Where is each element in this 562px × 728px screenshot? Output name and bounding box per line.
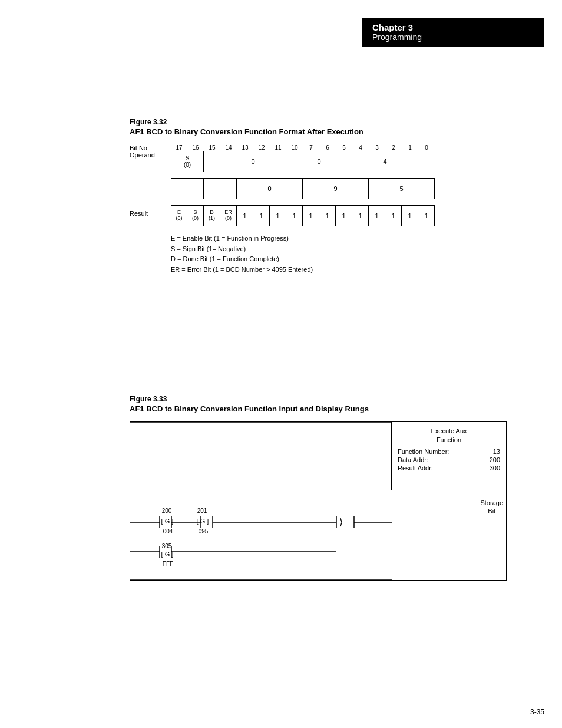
exec-data-label: Data Addr: (398, 456, 428, 463)
bit-cell-5: 5 (369, 178, 435, 199)
figure-332: Figure 3.32 AF1 BCD to Binary Conversion… (130, 118, 542, 275)
bit-cell-empty1 (204, 151, 220, 172)
bit-num: 11 (270, 144, 286, 151)
operand-row-201: 0 9 5 (171, 178, 542, 199)
bit-cell-empty3 (187, 178, 204, 199)
bit-cell-1b: 1 (253, 205, 270, 226)
bit-no-label: Bit No. (130, 144, 171, 151)
bit-cell-1l: 1 (418, 205, 435, 226)
exec-fn-value: 13 (493, 448, 500, 455)
bit-num: 12 (253, 144, 270, 151)
bit-cell-1d: 1 (286, 205, 303, 226)
bit-cell-1j: 1 (385, 205, 402, 226)
contact-201-sub: 095 (195, 528, 211, 535)
bit-cell-s0b: S(0) (187, 205, 204, 226)
legend-d: D = Done Bit (1 = Function Complete) (171, 254, 542, 265)
bit-cell-e0: E(0) (171, 205, 187, 226)
contact-305-addr: 305 (158, 543, 175, 550)
contact-305-sub: FFF (160, 561, 176, 568)
figure-333: Figure 3.33 AF1 BCD to Binary Conversion… (130, 395, 542, 581)
chapter-subtitle: Programming (372, 32, 534, 42)
exec-fn-label: Function Number: (398, 448, 449, 455)
bit-num: 7 (303, 144, 319, 151)
bit-num: 0 (418, 144, 435, 151)
operand-row-200: S(0) 0 0 4 (171, 151, 542, 172)
bit-cell-d1: D(1) (204, 205, 220, 226)
exec-data-value: 200 (490, 456, 500, 463)
contact-200-sub: 004 (160, 528, 176, 535)
bit-cell-1i: 1 (369, 205, 385, 226)
exec-data-row: Data Addr: 200 (398, 456, 500, 463)
bit-cell-1g: 1 (336, 205, 352, 226)
fig333-subtitle: AF1 BCD to Binary Conversion Function In… (130, 404, 542, 413)
bit-cell-er0: ER(0) (220, 205, 237, 226)
legend-er: ER = Error Bit (1 = BCD Number > 4095 En… (171, 265, 542, 275)
bit-num: 10 (286, 144, 303, 151)
contact-200-addr: 200 (158, 508, 175, 515)
bit-cell-9: 9 (303, 178, 369, 199)
contact-305-label: [ G ] (161, 551, 174, 558)
bit-cell-empty5 (220, 178, 237, 199)
contact-201-addr: 201 (194, 508, 210, 515)
operand-label: Operand (130, 151, 171, 159)
exec-title1: Execute Aux (398, 427, 500, 436)
contact-201-label: [ G ] (196, 518, 209, 525)
bit-cell-1e: 1 (303, 205, 319, 226)
exec-title2: Function (398, 436, 500, 444)
svg-text:⟩: ⟩ (339, 517, 343, 527)
bit-num: 1 (402, 144, 418, 151)
fig333-title: Figure 3.33 (130, 395, 542, 403)
chapter-header: Chapter 3 Programming (362, 18, 544, 47)
legend-s: S = Sign Bit (1= Negative) (171, 244, 542, 255)
contact-200-label: [ G ] (161, 518, 174, 525)
fig332-subtitle: AF1 BCD to Binary Conversion Function Fo… (130, 127, 542, 136)
bit-cell-0c: 0 (237, 178, 303, 199)
bit-cell-empty4 (204, 178, 220, 199)
result-row-300: E(0) S(0) D(1) ER(0) 1 1 1 1 1 1 1 (171, 205, 542, 226)
bit-cell-0b: 0 (286, 151, 352, 172)
bit-num: 14 (220, 144, 237, 151)
bit-cell-0a: 0 (220, 151, 286, 172)
result-label: Result (130, 210, 148, 217)
exec-fn-row: Function Number: 13 (398, 448, 500, 455)
bit-num: 17 (171, 144, 187, 151)
bit-num: 2 (385, 144, 402, 151)
ladder-diagram: Execute Aux Function Function Number: 13… (130, 421, 507, 581)
bit-cell-4: 4 (352, 151, 418, 172)
bit-num: 6 (319, 144, 336, 151)
vertical-divider (189, 0, 189, 91)
page-number: 3-35 (530, 708, 544, 716)
bit-cell-1k: 1 (402, 205, 418, 226)
fig332-title: Figure 3.32 (130, 118, 542, 126)
bit-num: 16 (187, 144, 204, 151)
bit-num: 5 (336, 144, 352, 151)
bit-num: 15 (204, 144, 220, 151)
legend-e: E = Enable Bit (1 = Function in Progress… (171, 233, 542, 244)
exec-result-label: Result Addr: (398, 465, 433, 472)
bit-cell-1c: 1 (270, 205, 286, 226)
bit-cell-1a: 1 (237, 205, 253, 226)
legend: E = Enable Bit (1 = Function in Progress… (171, 233, 542, 275)
bit-cell-1h: 1 (352, 205, 369, 226)
chapter-number: Chapter 3 (372, 22, 534, 32)
bit-cell-empty2 (171, 178, 187, 199)
storage-bit-label: Storage Bit (480, 499, 503, 516)
bit-cell-s0: S(0) (171, 151, 204, 172)
bit-num: 3 (369, 144, 385, 151)
bit-cell-1f: 1 (319, 205, 336, 226)
exec-result-row: Result Addr: 300 (398, 465, 500, 472)
bit-num: 4 (352, 144, 369, 151)
execute-aux-box: Execute Aux Function Function Number: 13… (391, 422, 506, 490)
exec-result-value: 300 (490, 465, 500, 472)
bit-num: 13 (237, 144, 253, 151)
